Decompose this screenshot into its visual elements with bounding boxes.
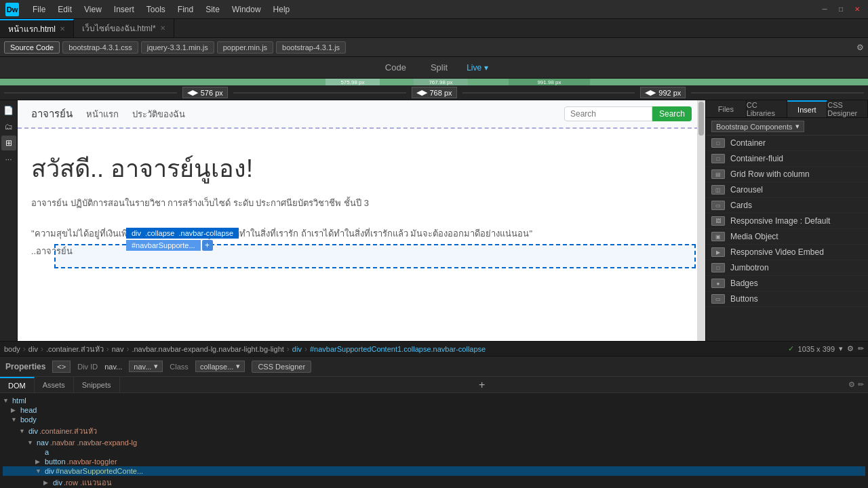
px-992: ◀▶ 992 px	[640, 87, 686, 98]
filter-icon[interactable]: ⚙	[856, 43, 864, 52]
dom-node-navbar-collapse[interactable]: ▼ div #navbarSupportedConte...	[3, 466, 865, 476]
bootstrap-css-tab[interactable]: bootstrap-4.3.1.css	[62, 41, 138, 54]
breadcrumb-body[interactable]: body	[4, 345, 20, 353]
tab-website-close[interactable]: ✕	[160, 24, 165, 32]
picker-id: #navbarSupporte...	[126, 240, 201, 251]
dom-node-nav[interactable]: ▼ nav .navbar .navbar-expand-lg	[3, 438, 865, 447]
status-code-icon[interactable]: ✏	[858, 344, 864, 353]
dom-node-row[interactable]: ▶ div .row .แนวนอน	[3, 476, 865, 488]
css-designer-button[interactable]: CSS Designer	[252, 361, 311, 373]
document-tab-bar: หน้าแรก.html ✕ เว็บไซต์ของฉัน.html* ✕	[0, 19, 868, 38]
live-view-dropdown[interactable]: Live ▾	[467, 63, 488, 73]
tab-files[interactable]: Files	[706, 100, 747, 117]
breadcrumb-div2[interactable]: div	[292, 345, 302, 353]
component-responsive-video[interactable]: ▶ Responsive Video Embed	[706, 245, 868, 260]
picker-plus-button[interactable]: +	[202, 240, 213, 251]
menu-edit[interactable]: Edit	[52, 3, 77, 16]
dom-arrow-container: ▼	[19, 428, 27, 434]
sidebar-assets-icon[interactable]: 🗂	[1, 119, 16, 134]
status-settings-icon[interactable]: ⚙	[847, 344, 854, 353]
dom-node-html[interactable]: ▼ html	[3, 396, 865, 405]
dom-tab-dom[interactable]: DOM	[0, 377, 35, 392]
menu-find[interactable]: Find	[172, 3, 199, 16]
close-button[interactable]: ✕	[852, 4, 863, 15]
component-jumbotron[interactable]: □ Jumbotron	[706, 260, 868, 276]
nav-dropdown[interactable]: nav... ▾	[129, 361, 163, 372]
component-buttons[interactable]: ▭ Buttons	[706, 291, 868, 307]
breadcrumb-div[interactable]: div	[28, 345, 38, 353]
maximize-button[interactable]: □	[835, 4, 846, 15]
dom-node-body[interactable]: ▼ body	[3, 415, 865, 424]
component-cards[interactable]: ▭ Cards	[706, 198, 868, 214]
tab-css-designer[interactable]: CSS Designer	[827, 100, 868, 117]
component-media-object[interactable]: ▣ Media Object	[706, 229, 868, 245]
menu-tools[interactable]: Tools	[141, 3, 171, 16]
code-btn[interactable]: <>	[52, 361, 71, 373]
dom-node-a[interactable]: a	[3, 447, 865, 457]
dom-node-head[interactable]: ▶ head	[3, 405, 865, 415]
split-view-button[interactable]: Split	[425, 61, 453, 74]
search-input[interactable]	[564, 106, 652, 121]
picker-class1[interactable]: .collapse	[145, 229, 174, 237]
preview-scroll-thumb[interactable]	[698, 102, 704, 136]
dom-arrow-head: ▶	[11, 407, 19, 413]
component-container[interactable]: □ Container	[706, 136, 868, 151]
bootstrap-components-label: Bootstrap Components	[716, 123, 793, 131]
properties-bar: Properties <> Div ID nav... nav... ▾ Cla…	[0, 356, 868, 376]
minimize-button[interactable]: ─	[819, 4, 830, 15]
nav-link-home[interactable]: หน้าแรก	[86, 107, 119, 121]
dom-tag-div: div	[28, 427, 38, 435]
menu-insert[interactable]: Insert	[108, 3, 140, 16]
nav-link-about[interactable]: ประวัติของฉัน	[132, 107, 185, 121]
tab-homepage-close[interactable]: ✕	[60, 25, 65, 33]
preview-scrollbar[interactable]	[697, 100, 705, 341]
component-container-fluid[interactable]: □ Container-fluid	[706, 151, 868, 167]
status-dropdown-arrow[interactable]: ▾	[839, 344, 843, 353]
tab-homepage[interactable]: หน้าแรก.html ✕	[0, 19, 74, 37]
tab-website[interactable]: เว็บไซต์ของฉัน.html* ✕	[74, 19, 174, 37]
component-responsive-image-label: Responsive Image : Default	[730, 216, 830, 226]
dom-tree: ▼ html ▶ head ▼ body ▼ div .container.ส่…	[0, 393, 868, 488]
breadcrumb-navbar[interactable]: .navbar.navbar-expand-lg.navbar-light.bg…	[132, 345, 283, 353]
menu-window[interactable]: Window	[226, 3, 267, 16]
breadcrumb-container[interactable]: .container.ส่วนหัว	[46, 343, 104, 355]
dom-node-button[interactable]: ▶ button .navbar-toggler	[3, 457, 865, 466]
dom-class-row: .row .แนวนอน	[64, 476, 112, 488]
jquery-js-tab[interactable]: jquery-3.3.1.min.js	[141, 41, 214, 54]
breadcrumb-navbar-collapse[interactable]: #navbarSupportedContent1.collapse.navbar…	[310, 345, 486, 353]
sidebar-more-icon[interactable]: ···	[1, 152, 16, 167]
dom-class-nav: .navbar .navbar-expand-lg	[50, 439, 137, 447]
component-responsive-image[interactable]: 🖼 Responsive Image : Default	[706, 214, 868, 229]
tab-cc-libraries[interactable]: CC Libraries	[747, 100, 787, 117]
class-dropdown[interactable]: collapse... ▾	[195, 361, 245, 372]
menu-view[interactable]: View	[79, 3, 107, 16]
menu-site[interactable]: Site	[200, 3, 225, 16]
search-button[interactable]: Search	[652, 106, 692, 121]
breadcrumb-nav[interactable]: nav	[112, 345, 124, 353]
dom-tab-assets[interactable]: Assets	[35, 377, 74, 392]
dom-node-container-header[interactable]: ▼ div .container.ส่วนหัว	[3, 424, 865, 438]
dom-settings-icon[interactable]: ⚙	[848, 380, 855, 389]
bootstrap-components-dropdown[interactable]: Bootstrap Components ▾	[711, 121, 804, 132]
dom-add-button[interactable]: +	[474, 377, 490, 392]
bootstrap-js-tab[interactable]: bootstrap-4.3.1.js	[276, 41, 346, 54]
popper-js-tab[interactable]: popper.min.js	[217, 41, 273, 54]
component-carousel[interactable]: ◫ Carousel	[706, 182, 868, 198]
dom-panel: DOM Assets Snippets + ⚙ ✏ ▼ html ▶ head …	[0, 376, 868, 488]
code-icon: <>	[57, 363, 66, 371]
source-code-button[interactable]: Source Code	[4, 41, 60, 54]
tab-insert[interactable]: Insert	[787, 100, 828, 117]
code-view-button[interactable]: Code	[380, 61, 412, 74]
picker-class2[interactable]: .navbar-collapse	[178, 229, 233, 237]
div-id-value: nav...	[104, 363, 122, 371]
component-badges[interactable]: ● Badges	[706, 276, 868, 291]
component-media-object-label: Media Object	[730, 232, 778, 241]
menu-help[interactable]: Help	[268, 3, 296, 16]
dom-edit-icon[interactable]: ✏	[858, 380, 864, 389]
px-768: ◀▶ 768 px	[412, 87, 457, 98]
component-grid-row[interactable]: ▤ Grid Row with column	[706, 167, 868, 182]
sidebar-insert-icon[interactable]: ⊞	[1, 136, 16, 150]
menu-file[interactable]: File	[27, 3, 51, 16]
sidebar-files-icon[interactable]: 📄	[1, 103, 16, 118]
dom-tab-snippets[interactable]: Snippets	[74, 377, 120, 392]
